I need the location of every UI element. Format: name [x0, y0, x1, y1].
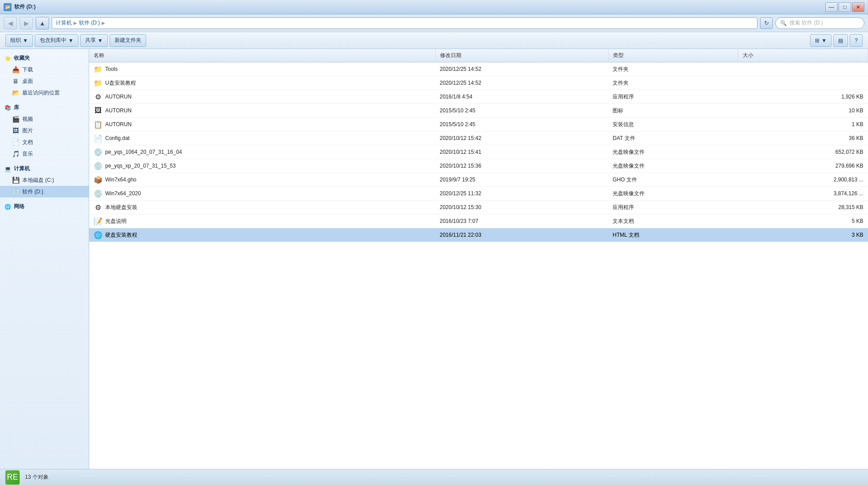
documents-label: 文档 [22, 139, 33, 146]
file-size: 1 KB [738, 118, 868, 132]
file-icon: 🌐 [94, 230, 103, 239]
table-row[interactable]: 📄 Config.dat 2020/10/12 15:42 DAT 文件 36 … [89, 132, 868, 145]
table-row[interactable]: 🌐 硬盘安装教程 2016/11/21 22:03 HTML 文档 3 KB [89, 228, 868, 242]
breadcrumb-drive[interactable]: 软件 (D:) [79, 19, 100, 27]
file-name: Win7x64_2020 [105, 190, 141, 197]
close-button[interactable]: ✕ [852, 2, 864, 12]
sidebar: ⭐ 收藏夹 📥 下载 🖥 桌面 📂 最近访问的位置 📚 库 [0, 49, 89, 469]
preview-pane-button[interactable]: ▤ [833, 34, 848, 47]
file-name: 硬盘安装教程 [105, 231, 137, 239]
music-icon: 🎵 [12, 150, 20, 158]
breadcrumb-sep-2: ▶ [102, 21, 105, 25]
file-type: 应用程序 [608, 90, 738, 104]
status-count: 13 个对象 [25, 473, 49, 481]
file-date: 2019/9/7 19:25 [435, 173, 608, 187]
organize-button[interactable]: 组织 ▼ [5, 34, 33, 47]
search-bar[interactable]: 🔍 搜索 软件 (D:) [775, 17, 864, 29]
sidebar-section-network-header[interactable]: 🌐 网络 [0, 201, 89, 212]
sidebar-item-drive-c[interactable]: 💾 本地磁盘 (C:) [0, 174, 89, 186]
sidebar-section-computer: 💻 计算机 💾 本地磁盘 (C:) 💿 软件 (D:) [0, 163, 89, 197]
back-button[interactable]: ◀ [4, 17, 17, 29]
file-date: 2020/12/25 14:52 [435, 62, 608, 76]
table-row[interactable]: ⚙ 本地硬盘安装 2020/10/12 15:30 应用程序 28,315 KB [89, 201, 868, 214]
sidebar-item-music[interactable]: 🎵 音乐 [0, 148, 89, 160]
file-date: 2015/5/10 2:45 [435, 118, 608, 132]
download-label: 下载 [22, 66, 33, 74]
breadcrumb: 计算机 ▶ 软件 (D:) ▶ [52, 17, 757, 29]
file-size: 279,696 KB [738, 159, 868, 173]
table-row[interactable]: 📁 U盘安装教程 2020/12/25 14:52 文件夹 [89, 76, 868, 90]
sidebar-item-pictures[interactable]: 🖼 图片 [0, 125, 89, 136]
file-icon: 📋 [94, 120, 103, 129]
file-name: U盘安装教程 [105, 79, 136, 87]
table-row[interactable]: ⚙ AUTORUN 2016/1/8 4:54 应用程序 1,926 KB [89, 90, 868, 104]
add-to-library-button[interactable]: 包含到库中 ▼ [35, 34, 78, 47]
table-row[interactable]: 📁 Tools 2020/12/25 14:52 文件夹 [89, 62, 868, 76]
file-type: 光盘映像文件 [608, 159, 738, 173]
sidebar-section-favorites-header[interactable]: ⭐ 收藏夹 [0, 53, 89, 64]
table-row[interactable]: 📝 光盘说明 2016/10/23 7:07 文本文档 5 KB [89, 214, 868, 228]
library-label: 库 [14, 104, 19, 111]
breadcrumb-computer[interactable]: 计算机 [56, 19, 72, 27]
sidebar-item-documents[interactable]: 📄 文档 [0, 136, 89, 148]
file-name: pe_yqs_1064_20_07_31_16_04 [105, 149, 182, 155]
download-icon: 📥 [12, 66, 20, 74]
file-size: 10 KB [738, 104, 868, 118]
column-header-date[interactable]: 修改日期 [435, 49, 608, 62]
file-icon: 💿 [94, 161, 103, 170]
status-app-icon: RE [5, 470, 20, 485]
drive-c-icon: 💾 [12, 176, 20, 184]
up-button[interactable]: ▲ [36, 17, 49, 29]
file-date: 2016/10/23 7:07 [435, 214, 608, 228]
add-to-library-label: 包含到库中 [40, 37, 66, 44]
sidebar-section-library-header[interactable]: 📚 库 [0, 102, 89, 113]
file-icon: 📄 [94, 134, 103, 143]
file-date: 2016/1/8 4:54 [435, 90, 608, 104]
file-type: HTML 文档 [608, 228, 738, 242]
file-icon: 📦 [94, 175, 103, 184]
file-type: 光盘映像文件 [608, 145, 738, 159]
window-icon: 📂 [4, 3, 12, 11]
table-row[interactable]: 💿 pe_yqs_xp_20_07_31_15_53 2020/10/12 15… [89, 159, 868, 173]
maximize-button[interactable]: □ [839, 2, 851, 12]
sidebar-item-drive-d[interactable]: 💿 软件 (D:) [0, 186, 89, 197]
table-row[interactable]: 💿 pe_yqs_1064_20_07_31_16_04 2020/10/12 … [89, 145, 868, 159]
table-row[interactable]: 📋 AUTORUN 2015/5/10 2:45 安装信息 1 KB [89, 118, 868, 132]
favorites-label: 收藏夹 [14, 54, 30, 62]
title-bar-controls: — □ ✕ [825, 2, 864, 12]
help-button[interactable]: ? [850, 34, 863, 47]
library-section-icon: 📚 [4, 105, 11, 111]
sidebar-section-computer-header[interactable]: 💻 计算机 [0, 163, 89, 174]
sidebar-item-video[interactable]: 🎬 视频 [0, 113, 89, 125]
sidebar-item-desktop[interactable]: 🖥 桌面 [0, 75, 89, 87]
sidebar-item-download[interactable]: 📥 下载 [0, 64, 89, 75]
column-header-type[interactable]: 类型 [608, 49, 738, 62]
table-row[interactable]: 🖼 AUTORUN 2015/5/10 2:45 图标 10 KB [89, 104, 868, 118]
file-name: pe_yqs_xp_20_07_31_15_53 [105, 163, 176, 169]
video-icon: 🎬 [12, 115, 20, 123]
sidebar-section-network: 🌐 网络 [0, 201, 89, 212]
file-name: Win7x64.gho [105, 177, 136, 183]
file-icon: ⚙ [94, 203, 103, 212]
share-button[interactable]: 共享 ▼ [80, 34, 108, 47]
refresh-button[interactable]: ↻ [760, 17, 773, 29]
preview-icon: ▤ [838, 37, 843, 44]
forward-button[interactable]: ▶ [20, 17, 33, 29]
table-row[interactable]: 💿 Win7x64_2020 2020/12/25 11:32 光盘映像文件 3… [89, 187, 868, 201]
file-type: 光盘映像文件 [608, 187, 738, 201]
view-toggle-button[interactable]: ⊞ ▼ [810, 34, 831, 47]
sidebar-item-recent[interactable]: 📂 最近访问的位置 [0, 87, 89, 99]
network-label: 网络 [14, 203, 25, 210]
status-bar: RE 13 个对象 [0, 469, 868, 485]
file-date: 2020/12/25 11:32 [435, 187, 608, 201]
table-row[interactable]: 📦 Win7x64.gho 2019/9/7 19:25 GHO 文件 2,90… [89, 173, 868, 187]
column-header-name[interactable]: 名称 [89, 49, 435, 62]
minimize-button[interactable]: — [825, 2, 838, 12]
file-icon: 📝 [94, 217, 103, 226]
file-date: 2020/10/12 15:41 [435, 145, 608, 159]
file-size: 36 KB [738, 132, 868, 145]
new-folder-button[interactable]: 新建文件夹 [110, 34, 146, 47]
column-header-size[interactable]: 大小 [738, 49, 868, 62]
share-dropdown-icon: ▼ [98, 37, 103, 44]
file-icon: 💿 [94, 148, 103, 156]
